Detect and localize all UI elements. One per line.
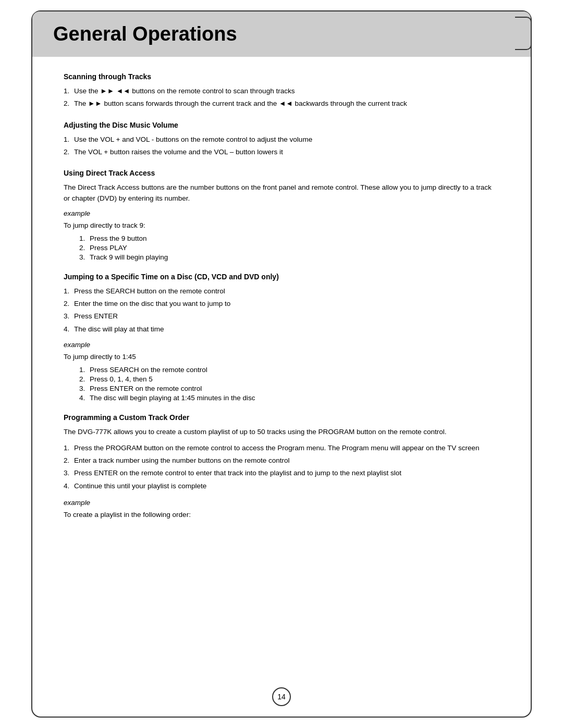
scanning-heading: Scanning through Tracks <box>64 72 499 81</box>
list-item: Track 9 will begin playing <box>79 253 499 261</box>
list-item: Press ENTER <box>64 311 499 322</box>
programming-section: Programming a Custom Track Order The DVG… <box>64 413 499 519</box>
volume-heading: Adjusting the Disc Music Volume <box>64 121 499 129</box>
list-item: Enter a track number using the number bu… <box>64 455 499 466</box>
list-item: Press the SEARCH button on the remote co… <box>64 286 499 297</box>
list-item: The ►► button scans forwards through the… <box>64 98 499 109</box>
programming-heading: Programming a Custom Track Order <box>64 413 499 422</box>
direct-track-body: The Direct Track Access buttons are the … <box>64 182 499 204</box>
programming-body: The DVG-777K allows you to create a cust… <box>64 427 499 438</box>
direct-track-example-text: To jump directly to track 9: <box>64 221 499 229</box>
jumping-heading: Jumping to a Specific Time on a Disc (CD… <box>64 273 499 281</box>
programming-example-text: To create a playlist in the following or… <box>64 511 499 519</box>
content-area: Scanning through Tracks Use the ►► ◄◄ bu… <box>32 72 531 519</box>
scanning-list: Use the ►► ◄◄ buttons on the remote cont… <box>64 86 499 109</box>
direct-track-heading: Using Direct Track Access <box>64 169 499 177</box>
list-item: Press ENTER on the remote control <box>79 385 499 392</box>
direct-track-section: Using Direct Track Access The Direct Tra… <box>64 169 499 261</box>
list-item: Press SEARCH on the remote control <box>79 366 499 374</box>
volume-list: Use the VOL + and VOL - buttons on the r… <box>64 134 499 158</box>
page-number-area: 14 <box>272 687 291 706</box>
scanning-section: Scanning through Tracks Use the ►► ◄◄ bu… <box>64 72 499 109</box>
direct-track-example-label: example <box>64 209 499 217</box>
jumping-list: Press the SEARCH button on the remote co… <box>64 286 499 335</box>
list-item: Press 0, 1, 4, then 5 <box>79 375 499 383</box>
list-item: Press ENTER on the remote control to ent… <box>64 468 499 478</box>
jumping-section: Jumping to a Specific Time on a Disc (CD… <box>64 273 499 402</box>
page-number: 14 <box>272 687 291 706</box>
programming-list: Press the PROGRAM button on the remote c… <box>64 443 499 491</box>
page-title: General Operations <box>53 23 510 45</box>
programming-example-label: example <box>64 499 499 507</box>
jumping-example-label: example <box>64 341 499 349</box>
list-item: Enter the time on the disc that you want… <box>64 299 499 309</box>
list-item: The disc will begin playing at 1:45 minu… <box>79 394 499 402</box>
page-header: General Operations <box>32 11 531 57</box>
jumping-example-text: To jump directly to 1:45 <box>64 353 499 361</box>
direct-track-steps: Press the 9 button Press PLAY Track 9 wi… <box>79 235 499 261</box>
list-item: The VOL + button raises the volume and t… <box>64 147 499 157</box>
list-item: The disc will play at that time <box>64 324 499 335</box>
list-item: Use the VOL + and VOL - buttons on the r… <box>64 134 499 145</box>
list-item: Continue this until your playlist is com… <box>64 481 499 491</box>
jumping-steps: Press SEARCH on the remote control Press… <box>79 366 499 402</box>
list-item: Press the 9 button <box>79 235 499 242</box>
page-container: General Operations Scanning through Trac… <box>31 10 532 718</box>
volume-section: Adjusting the Disc Music Volume Use the … <box>64 121 499 158</box>
list-item: Press the PROGRAM button on the remote c… <box>64 443 499 453</box>
list-item: Press PLAY <box>79 244 499 252</box>
list-item: Use the ►► ◄◄ buttons on the remote cont… <box>64 86 499 96</box>
